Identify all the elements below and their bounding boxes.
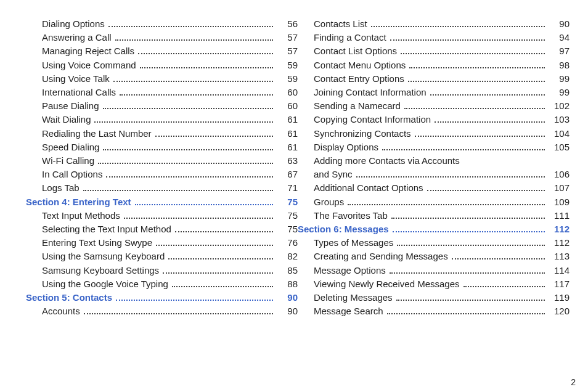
toc-entry: Deleting Messages119 [314,291,570,304]
entry-title: International Calls [42,86,116,99]
toc-entry: Using Voice Command59 [42,59,298,72]
entry-title: Groups [314,195,344,209]
page-ref: 90 [549,17,570,31]
toc-entry: In Call Options67 [42,168,298,181]
toc-entry: Wi-Fi Calling63 [42,154,298,168]
leader-dots [356,171,545,178]
section-title: Section 4: Entering Text [26,195,131,209]
leader-dots [106,171,273,178]
leader-dots [397,239,545,246]
leader-dots [409,62,545,68]
entry-title: Types of Messages [314,236,393,250]
entry-title: Contacts List [314,17,367,31]
leader-dots [390,34,545,41]
section-title: Section 6: Messages [298,223,389,236]
entry-title: Creating and Sending Messages [314,250,448,263]
leader-dots [401,47,545,54]
toc-entry: Copying Contact Information103 [314,113,570,126]
leader-dots [113,75,273,82]
entry-title: Selecting the Text Input Method [42,223,171,236]
page-ref: 105 [549,141,570,154]
toc-entry: Message Search120 [314,304,570,318]
entry-title: Display Options [314,141,378,154]
toc-entry: Message Options114 [314,264,570,277]
page-ref: 57 [277,31,298,44]
page-ref: 119 [549,291,570,304]
entry-title: Using the Google Voice Typing [42,277,168,291]
page-ref: 109 [549,195,570,209]
leader-dots [427,184,545,191]
entry-title-continuation: and Sync [314,168,353,181]
toc-entry: Using Voice Talk59 [42,72,298,86]
page-ref: 104 [549,127,570,141]
page-ref: 67 [277,168,298,181]
toc-entry: Groups109 [314,195,570,209]
page-ref: 76 [277,236,298,250]
page-ref: 82 [277,250,298,263]
page-ref: 75 [277,195,298,209]
page-ref: 113 [549,250,570,263]
page-ref: 60 [277,99,298,113]
entry-title: Managing Reject Calls [42,44,134,58]
toc-entry: Samsung Keyboard Settings85 [42,264,298,277]
toc-entry: Selecting the Text Input Method75 [42,223,298,236]
page-ref: 99 [549,72,570,86]
page-ref: 117 [549,277,570,291]
leader-dots [387,308,545,314]
toc-entry: International Calls60 [42,86,298,99]
page-ref: 75 [277,223,298,236]
leader-dots [138,47,273,54]
toc-section-heading: Section 4: Entering Text75 [26,195,298,209]
leader-dots [348,198,545,205]
leader-dots [115,34,273,41]
toc-entry: Contacts List90 [314,17,570,31]
toc-entry: and Sync106 [314,168,570,181]
leader-dots [452,253,545,259]
leader-dots [382,144,545,150]
page-ref: 88 [277,277,298,291]
entry-title: Sending a Namecard [314,99,401,113]
entry-title: Joining Contact Information [314,86,427,99]
leader-dots [103,144,273,150]
toc-entry: Sending a Namecard102 [314,99,570,113]
entry-title: Contact Menu Options [314,59,406,72]
toc-entry: Finding a Contact94 [314,31,570,44]
toc-right-column: Contacts List90Finding a Contact94Contac… [314,17,570,386]
entry-title: Copying Contact Information [314,113,431,126]
toc-entry: Redialing the Last Number61 [42,127,298,141]
toc-entry: Contact List Options97 [314,44,570,58]
leader-dots [163,267,273,274]
toc-entry: Using the Samsung Keyboard82 [42,250,298,263]
entry-title: Pause Dialing [42,99,99,113]
page-ref: 71 [277,181,298,195]
leader-dots [83,184,273,191]
toc-entry: Text Input Methods75 [42,209,298,223]
toc-entry: Entering Text Using Swype76 [42,236,298,250]
entry-title: Samsung Keyboard Settings [42,264,159,277]
page-ref: 59 [277,72,298,86]
entry-title: Synchronizing Contacts [314,127,411,141]
page-ref: 60 [277,86,298,99]
entry-title: Dialing Options [42,17,105,31]
leader-dots [396,294,545,301]
toc-entry: Pause Dialing60 [42,99,298,113]
page-ref: 107 [549,181,570,195]
leader-dots [156,239,273,246]
page-ref: 90 [277,291,298,304]
entry-title: Wi-Fi Calling [42,154,94,168]
entry-title: Message Options [314,264,386,277]
leader-dots [155,130,273,137]
entry-title: Message Search [314,304,383,318]
toc-entry: Answering a Call57 [42,31,298,44]
toc-entry: Accounts90 [42,304,298,318]
toc-entry: Adding more Contacts via Accounts [314,154,570,168]
leader-dots [408,75,545,82]
page-ref: 85 [277,264,298,277]
entry-title: Using Voice Talk [42,72,110,86]
leader-dots [120,89,273,96]
toc-entry: Speed Dialing61 [42,141,298,154]
page-ref: 97 [549,44,570,58]
page-ref: 61 [277,141,298,154]
leader-dots [135,198,273,205]
leader-dots [371,20,545,27]
